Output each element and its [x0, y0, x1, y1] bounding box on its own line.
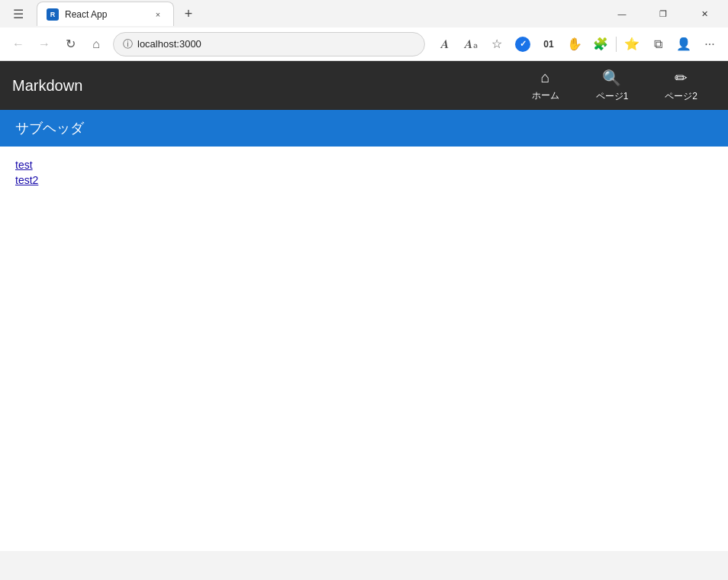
address-text: localhost:3000 [137, 38, 415, 50]
home-button[interactable]: ⌂ [84, 32, 108, 56]
sub-header-text: サブヘッダ [15, 121, 84, 136]
browser-essentials-button[interactable]: ✓ [511, 32, 535, 56]
page2-nav-label: ページ2 [665, 90, 697, 103]
link-test[interactable]: test [15, 159, 713, 171]
sub-header: サブヘッダ [0, 110, 728, 147]
settings-more-button[interactable]: ··· [697, 32, 722, 56]
page2-nav-icon: ✏ [675, 69, 688, 87]
link-test2[interactable]: test2 [15, 174, 713, 186]
nav-item-page2[interactable]: ✏ ページ2 [646, 61, 716, 110]
counter-button[interactable]: 01 [536, 32, 561, 56]
window-close-button[interactable]: ✕ [687, 0, 722, 27]
gesture-button[interactable]: ✋ [562, 32, 587, 56]
title-bar: ☰ R React App × + — ❐ ✕ [0, 0, 728, 27]
nav-item-page1[interactable]: 🔍 ページ1 [578, 61, 647, 110]
home-nav-label: ホーム [532, 89, 559, 102]
app-container: Markdown ⌂ ホーム 🔍 ページ1 ✏ ページ2 サブヘッダ test … [0, 61, 728, 551]
page1-nav-label: ページ1 [596, 90, 629, 103]
nav-item-home[interactable]: ⌂ ホーム [514, 61, 578, 110]
content-area: test test2 [0, 147, 728, 201]
tab-favicon: R [47, 8, 59, 21]
nav-bar: ← → ↻ ⌂ ⓘ localhost:3000 𝑨 𝑨ₐ ☆ ✓ 01 ✋ 🧩… [0, 27, 728, 61]
new-tab-button[interactable]: + [177, 2, 200, 25]
sidebar-icon[interactable]: ☰ [6, 2, 31, 26]
read-aloud-button[interactable]: 𝑨 [433, 32, 457, 56]
home-nav-icon: ⌂ [541, 69, 550, 86]
tab-title: React App [65, 9, 146, 20]
split-screen-button[interactable]: ⧉ [646, 32, 670, 56]
extensions-button[interactable]: 🧩 [588, 32, 613, 56]
app-nav-links: ⌂ ホーム 🔍 ページ1 ✏ ページ2 [514, 61, 716, 110]
app-navbar: Markdown ⌂ ホーム 🔍 ページ1 ✏ ページ2 [0, 61, 728, 110]
browser-tab: R React App × [37, 2, 174, 26]
tab-close-button[interactable]: × [152, 8, 164, 21]
nav-right-buttons: 𝑨 𝑨ₐ ☆ ✓ 01 ✋ 🧩 ⭐ ⧉ 👤 ··· [433, 32, 722, 56]
page1-nav-icon: 🔍 [602, 69, 621, 87]
minimize-button[interactable]: — [604, 0, 639, 27]
favorites-button[interactable]: ☆ [485, 32, 509, 56]
app-title: Markdown [12, 77, 514, 95]
address-info-icon: ⓘ [123, 37, 133, 51]
text-options-button[interactable]: 𝑨ₐ [459, 32, 483, 56]
window-controls: — ❐ ✕ [604, 0, 722, 27]
refresh-button[interactable]: ↻ [58, 32, 82, 56]
forward-button[interactable]: → [32, 32, 56, 56]
collections-button[interactable]: ⭐ [620, 32, 644, 56]
nav-divider [616, 37, 617, 52]
maximize-button[interactable]: ❐ [646, 0, 681, 27]
address-bar[interactable]: ⓘ localhost:3000 [113, 32, 425, 56]
profile-button[interactable]: 👤 [672, 32, 696, 56]
back-button[interactable]: ← [6, 32, 31, 56]
